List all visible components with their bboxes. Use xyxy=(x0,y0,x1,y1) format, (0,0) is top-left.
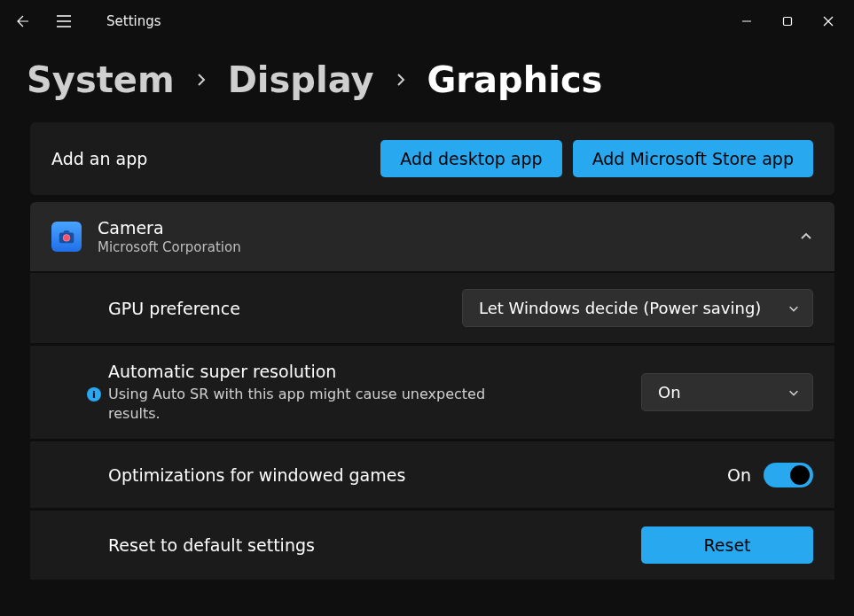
auto-sr-select[interactable]: On xyxy=(641,373,813,411)
minimize-icon xyxy=(741,16,752,27)
gpu-preference-value: Let Windows decide (Power saving) xyxy=(479,299,761,317)
reset-label: Reset to default settings xyxy=(108,535,315,555)
chevron-up-icon xyxy=(799,230,813,244)
titlebar: Settings xyxy=(0,0,854,43)
add-app-title: Add an app xyxy=(51,149,147,168)
chevron-down-icon xyxy=(787,302,800,315)
app-title: Settings xyxy=(106,13,161,29)
windowed-optimizations-row: Optimizations for windowed games On xyxy=(30,441,834,508)
svg-rect-0 xyxy=(784,18,792,26)
windowed-optimizations-toggle[interactable] xyxy=(764,463,813,487)
minimize-button[interactable] xyxy=(726,4,767,39)
breadcrumb-display[interactable]: Display xyxy=(228,62,374,97)
add-app-card: Add an app Add desktop app Add Microsoft… xyxy=(30,122,834,195)
windowed-optimizations-state: On xyxy=(727,465,751,485)
hamburger-icon xyxy=(56,15,72,27)
reset-button[interactable]: Reset xyxy=(641,526,813,564)
auto-sr-row: Automatic super resolution i Using Auto … xyxy=(30,345,834,439)
app-settings-group: Camera Microsoft Corporation GPU prefere… xyxy=(30,202,834,580)
add-store-app-button[interactable]: Add Microsoft Store app xyxy=(573,140,813,177)
app-expander-header[interactable]: Camera Microsoft Corporation xyxy=(30,202,834,271)
chevron-right-icon xyxy=(394,73,408,87)
auto-sr-value: On xyxy=(658,383,681,402)
app-publisher: Microsoft Corporation xyxy=(98,239,241,255)
back-button[interactable] xyxy=(5,4,41,39)
camera-app-icon xyxy=(51,222,82,252)
chevron-down-icon xyxy=(787,386,800,399)
close-icon xyxy=(823,16,834,27)
breadcrumb-current: Graphics xyxy=(427,62,603,97)
arrow-left-icon xyxy=(15,13,31,29)
add-desktop-app-button[interactable]: Add desktop app xyxy=(380,140,561,177)
breadcrumb: System Display Graphics xyxy=(0,43,854,122)
gpu-preference-select[interactable]: Let Windows decide (Power saving) xyxy=(462,289,813,327)
toggle-knob xyxy=(790,465,810,485)
maximize-button[interactable] xyxy=(767,4,808,39)
auto-sr-description: Using Auto SR with this app might cause … xyxy=(108,385,534,423)
gpu-preference-label: GPU preference xyxy=(108,299,240,318)
app-name: Camera xyxy=(98,218,241,238)
windowed-optimizations-label: Optimizations for windowed games xyxy=(108,465,405,485)
info-icon: i xyxy=(87,387,101,402)
reset-row: Reset to default settings Reset xyxy=(30,510,834,580)
gpu-preference-row: GPU preference Let Windows decide (Power… xyxy=(30,273,834,343)
chevron-right-icon xyxy=(194,73,208,87)
maximize-icon xyxy=(782,16,793,27)
breadcrumb-system[interactable]: System xyxy=(27,62,175,97)
close-button[interactable] xyxy=(808,4,849,39)
auto-sr-label: Automatic super resolution xyxy=(108,362,534,381)
hamburger-button[interactable] xyxy=(46,4,82,39)
content-area: Add an app Add desktop app Add Microsoft… xyxy=(0,122,854,580)
